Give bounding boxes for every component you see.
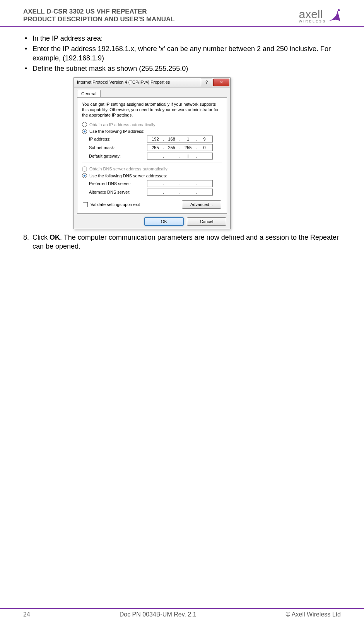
page-content: In the IP address area: Enter the IP add…	[0, 27, 364, 251]
copyright: © Axell Wireless Ltd	[286, 611, 341, 618]
ip-address-row: IP address: 192. 168. 1. 9	[89, 136, 222, 143]
page-number: 24	[23, 611, 30, 618]
subnet-mask-label: Subnet mask:	[89, 145, 147, 150]
subnet-mask-row: Subnet mask: 255. 255. 255. 0	[89, 144, 222, 151]
step-text-bold: OK	[50, 234, 60, 241]
default-gateway-label: Default gateway:	[89, 153, 147, 159]
close-icon: ✕	[220, 79, 223, 85]
svg-point-0	[338, 9, 340, 11]
cancel-button[interactable]: Cancel	[187, 217, 226, 226]
radio-label: Obtain an IP address automatically	[89, 122, 155, 127]
radio-icon	[82, 129, 87, 134]
radio-obtain-dns-auto: Obtain DNS server address automatically	[82, 166, 222, 172]
radio-label: Obtain DNS server address automatically	[89, 166, 167, 172]
ip-octet: 255	[167, 145, 177, 150]
radio-icon	[82, 167, 87, 172]
validate-label: Validate settings upon exit	[91, 202, 140, 207]
preferred-dns-input[interactable]: . . .	[147, 180, 213, 187]
alternate-dns-label: Alternate DNS server:	[89, 189, 147, 195]
axell-logo: axell WIRELESS	[299, 8, 341, 23]
ipv4-properties-dialog: Internet Protocol Version 4 (TCP/IPv4) P…	[73, 77, 231, 229]
radio-label: Use the following DNS server addresses:	[89, 173, 167, 179]
preferred-dns-row: Preferred DNS server: . . .	[89, 180, 222, 187]
close-button[interactable]: ✕	[213, 79, 229, 86]
header-title-block: AXELL D-CSR 3302 US VHF REPEATER PRODUCT…	[23, 8, 175, 23]
ip-address-input[interactable]: 192. 168. 1. 9	[147, 136, 213, 143]
header-line2: PRODUCT DESCRIPTION AND USER'S MANUAL	[23, 15, 175, 23]
radio-icon	[82, 173, 87, 178]
help-button[interactable]: ?	[201, 79, 212, 86]
tab-strip: General	[74, 88, 230, 97]
group-separator	[82, 163, 222, 163]
ip-octet: 255	[150, 145, 160, 150]
page-footer: 24 Doc PN 0034B-UM Rev. 2.1 © Axell Wire…	[0, 608, 364, 618]
alternate-dns-row: Alternate DNS server: . . .	[89, 189, 222, 196]
bullet-list: In the IP address area: Enter the IP add…	[23, 34, 341, 74]
step-text: Click OK. The computer communication par…	[32, 233, 341, 251]
ipv4-dialog-screenshot: Internet Protocol Version 4 (TCP/IPv4) P…	[73, 77, 231, 229]
validate-advanced-row: Validate settings upon exit Advanced...	[83, 200, 221, 209]
ip-octet: 0	[200, 145, 210, 150]
ip-octet: 9	[200, 136, 210, 142]
ip-octet: 192	[150, 136, 160, 142]
bullet-item: Define the subnet mask as shown (255.255…	[23, 64, 341, 73]
ok-button[interactable]: OK	[144, 217, 184, 226]
logo-text: axell	[299, 8, 323, 21]
header-line1: AXELL D-CSR 3302 US VHF REPEATER	[23, 8, 175, 15]
step-8: 8. Click OK. The computer communication …	[23, 233, 341, 251]
checkbox-icon	[83, 202, 88, 207]
radio-obtain-ip-auto[interactable]: Obtain an IP address automatically	[82, 122, 222, 127]
ip-octet: 168	[167, 136, 177, 142]
ip-octet: 255	[183, 145, 193, 150]
ip-octet: |	[183, 153, 193, 159]
tab-body: You can get IP settings assigned automat…	[77, 97, 227, 214]
subnet-mask-input[interactable]: 255. 255. 255. 0	[147, 144, 213, 151]
help-text: You can get IP settings assigned automat…	[82, 101, 222, 118]
bullet-item: Enter the IP address 192.168.1.x, where …	[23, 45, 341, 63]
page-header: AXELL D-CSR 3302 US VHF REPEATER PRODUCT…	[0, 0, 364, 27]
dialog-titlebar: Internet Protocol Version 4 (TCP/IPv4) P…	[74, 78, 230, 88]
step-number: 8.	[23, 233, 32, 251]
radio-use-following-ip[interactable]: Use the following IP address:	[82, 129, 222, 134]
radio-icon	[82, 122, 87, 127]
radio-use-following-dns[interactable]: Use the following DNS server addresses:	[82, 173, 222, 179]
help-icon: ?	[205, 79, 208, 85]
dialog-button-row: OK Cancel	[74, 214, 230, 229]
ip-octet: 1	[183, 136, 193, 142]
tab-general[interactable]: General	[77, 90, 101, 97]
default-gateway-row: Default gateway: . . |.	[89, 153, 222, 160]
step-text-post: . The computer communication parameters …	[32, 234, 339, 250]
step-text-pre: Click	[32, 234, 50, 241]
logo-subtext: WIRELESS	[299, 19, 326, 23]
alternate-dns-input[interactable]: . . .	[147, 189, 213, 196]
bullet-item: In the IP address area:	[23, 34, 341, 43]
default-gateway-input[interactable]: . . |.	[147, 153, 213, 160]
doc-id: Doc PN 0034B-UM Rev. 2.1	[120, 611, 197, 618]
preferred-dns-label: Preferred DNS server:	[89, 181, 147, 186]
dialog-title: Internet Protocol Version 4 (TCP/IPv4) P…	[77, 79, 201, 85]
ip-address-label: IP address:	[89, 136, 147, 142]
advanced-button[interactable]: Advanced...	[182, 200, 221, 209]
radio-label: Use the following IP address:	[89, 129, 144, 134]
validate-checkbox-wrap[interactable]: Validate settings upon exit	[83, 202, 140, 208]
logo-swirl-icon	[328, 9, 341, 22]
